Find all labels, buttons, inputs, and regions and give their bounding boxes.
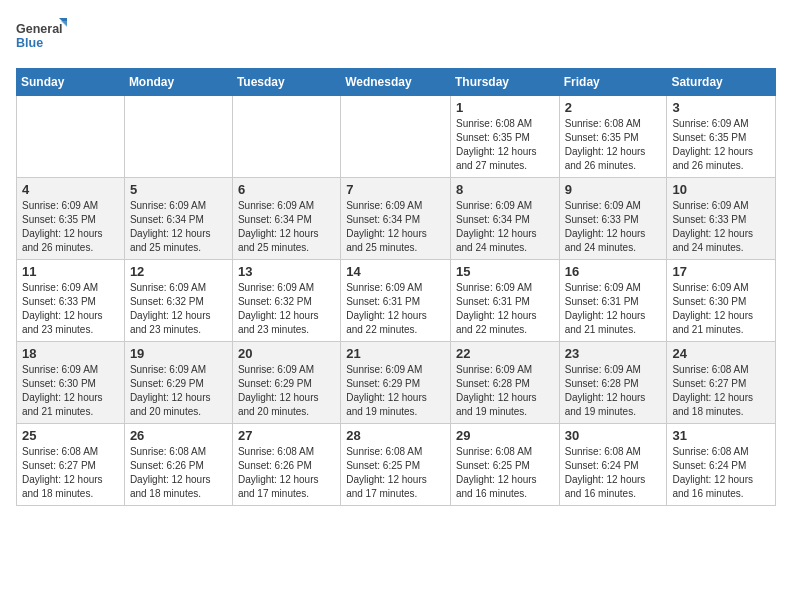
calendar-week-5: 25Sunrise: 6:08 AM Sunset: 6:27 PM Dayli… [17, 424, 776, 506]
logo: General Blue [16, 16, 68, 56]
weekday-header-friday: Friday [559, 69, 667, 96]
svg-text:General: General [16, 22, 63, 36]
day-info: Sunrise: 6:09 AM Sunset: 6:33 PM Dayligh… [22, 281, 119, 337]
weekday-header-thursday: Thursday [450, 69, 559, 96]
day-info: Sunrise: 6:08 AM Sunset: 6:27 PM Dayligh… [22, 445, 119, 501]
day-info: Sunrise: 6:09 AM Sunset: 6:32 PM Dayligh… [130, 281, 227, 337]
day-number: 4 [22, 182, 119, 197]
calendar-table: SundayMondayTuesdayWednesdayThursdayFrid… [16, 68, 776, 506]
calendar-week-1: 1Sunrise: 6:08 AM Sunset: 6:35 PM Daylig… [17, 96, 776, 178]
day-number: 5 [130, 182, 227, 197]
day-number: 2 [565, 100, 662, 115]
day-info: Sunrise: 6:09 AM Sunset: 6:30 PM Dayligh… [672, 281, 770, 337]
day-info: Sunrise: 6:09 AM Sunset: 6:33 PM Dayligh… [672, 199, 770, 255]
day-info: Sunrise: 6:09 AM Sunset: 6:34 PM Dayligh… [346, 199, 445, 255]
day-number: 27 [238, 428, 335, 443]
day-number: 21 [346, 346, 445, 361]
calendar-cell: 5Sunrise: 6:09 AM Sunset: 6:34 PM Daylig… [124, 178, 232, 260]
weekday-header-wednesday: Wednesday [341, 69, 451, 96]
calendar-cell: 10Sunrise: 6:09 AM Sunset: 6:33 PM Dayli… [667, 178, 776, 260]
day-number: 6 [238, 182, 335, 197]
day-number: 10 [672, 182, 770, 197]
day-info: Sunrise: 6:09 AM Sunset: 6:30 PM Dayligh… [22, 363, 119, 419]
calendar-cell: 15Sunrise: 6:09 AM Sunset: 6:31 PM Dayli… [450, 260, 559, 342]
day-number: 20 [238, 346, 335, 361]
day-number: 13 [238, 264, 335, 279]
calendar-cell: 28Sunrise: 6:08 AM Sunset: 6:25 PM Dayli… [341, 424, 451, 506]
weekday-header-monday: Monday [124, 69, 232, 96]
day-number: 3 [672, 100, 770, 115]
weekday-header-tuesday: Tuesday [232, 69, 340, 96]
day-number: 8 [456, 182, 554, 197]
calendar-cell: 26Sunrise: 6:08 AM Sunset: 6:26 PM Dayli… [124, 424, 232, 506]
day-number: 17 [672, 264, 770, 279]
calendar-cell: 25Sunrise: 6:08 AM Sunset: 6:27 PM Dayli… [17, 424, 125, 506]
day-info: Sunrise: 6:09 AM Sunset: 6:32 PM Dayligh… [238, 281, 335, 337]
calendar-cell [232, 96, 340, 178]
calendar-cell: 21Sunrise: 6:09 AM Sunset: 6:29 PM Dayli… [341, 342, 451, 424]
calendar-cell [124, 96, 232, 178]
weekday-header-row: SundayMondayTuesdayWednesdayThursdayFrid… [17, 69, 776, 96]
calendar-cell: 1Sunrise: 6:08 AM Sunset: 6:35 PM Daylig… [450, 96, 559, 178]
day-info: Sunrise: 6:08 AM Sunset: 6:26 PM Dayligh… [130, 445, 227, 501]
calendar-cell: 16Sunrise: 6:09 AM Sunset: 6:31 PM Dayli… [559, 260, 667, 342]
day-info: Sunrise: 6:09 AM Sunset: 6:29 PM Dayligh… [130, 363, 227, 419]
day-info: Sunrise: 6:09 AM Sunset: 6:31 PM Dayligh… [456, 281, 554, 337]
day-number: 15 [456, 264, 554, 279]
calendar-cell: 8Sunrise: 6:09 AM Sunset: 6:34 PM Daylig… [450, 178, 559, 260]
day-info: Sunrise: 6:09 AM Sunset: 6:29 PM Dayligh… [238, 363, 335, 419]
day-number: 26 [130, 428, 227, 443]
calendar-cell [341, 96, 451, 178]
calendar-cell: 4Sunrise: 6:09 AM Sunset: 6:35 PM Daylig… [17, 178, 125, 260]
calendar-cell: 27Sunrise: 6:08 AM Sunset: 6:26 PM Dayli… [232, 424, 340, 506]
day-info: Sunrise: 6:08 AM Sunset: 6:35 PM Dayligh… [565, 117, 662, 173]
logo-svg: General Blue [16, 16, 68, 56]
day-info: Sunrise: 6:08 AM Sunset: 6:24 PM Dayligh… [672, 445, 770, 501]
calendar-cell: 12Sunrise: 6:09 AM Sunset: 6:32 PM Dayli… [124, 260, 232, 342]
weekday-header-sunday: Sunday [17, 69, 125, 96]
day-number: 19 [130, 346, 227, 361]
day-info: Sunrise: 6:09 AM Sunset: 6:29 PM Dayligh… [346, 363, 445, 419]
day-info: Sunrise: 6:09 AM Sunset: 6:31 PM Dayligh… [346, 281, 445, 337]
day-info: Sunrise: 6:09 AM Sunset: 6:33 PM Dayligh… [565, 199, 662, 255]
day-number: 23 [565, 346, 662, 361]
day-info: Sunrise: 6:08 AM Sunset: 6:25 PM Dayligh… [456, 445, 554, 501]
calendar-cell: 20Sunrise: 6:09 AM Sunset: 6:29 PM Dayli… [232, 342, 340, 424]
day-number: 1 [456, 100, 554, 115]
svg-text:Blue: Blue [16, 36, 43, 50]
weekday-header-saturday: Saturday [667, 69, 776, 96]
day-info: Sunrise: 6:09 AM Sunset: 6:35 PM Dayligh… [672, 117, 770, 173]
day-number: 12 [130, 264, 227, 279]
day-number: 11 [22, 264, 119, 279]
day-info: Sunrise: 6:09 AM Sunset: 6:34 PM Dayligh… [456, 199, 554, 255]
calendar-cell: 19Sunrise: 6:09 AM Sunset: 6:29 PM Dayli… [124, 342, 232, 424]
day-info: Sunrise: 6:09 AM Sunset: 6:35 PM Dayligh… [22, 199, 119, 255]
day-number: 24 [672, 346, 770, 361]
day-info: Sunrise: 6:08 AM Sunset: 6:26 PM Dayligh… [238, 445, 335, 501]
calendar-week-4: 18Sunrise: 6:09 AM Sunset: 6:30 PM Dayli… [17, 342, 776, 424]
calendar-cell: 3Sunrise: 6:09 AM Sunset: 6:35 PM Daylig… [667, 96, 776, 178]
day-info: Sunrise: 6:09 AM Sunset: 6:28 PM Dayligh… [456, 363, 554, 419]
calendar-cell: 11Sunrise: 6:09 AM Sunset: 6:33 PM Dayli… [17, 260, 125, 342]
day-info: Sunrise: 6:09 AM Sunset: 6:34 PM Dayligh… [130, 199, 227, 255]
calendar-cell: 18Sunrise: 6:09 AM Sunset: 6:30 PM Dayli… [17, 342, 125, 424]
page-header: General Blue [16, 16, 776, 56]
day-number: 30 [565, 428, 662, 443]
calendar-cell [17, 96, 125, 178]
day-info: Sunrise: 6:08 AM Sunset: 6:35 PM Dayligh… [456, 117, 554, 173]
calendar-cell: 2Sunrise: 6:08 AM Sunset: 6:35 PM Daylig… [559, 96, 667, 178]
calendar-cell: 17Sunrise: 6:09 AM Sunset: 6:30 PM Dayli… [667, 260, 776, 342]
calendar-cell: 22Sunrise: 6:09 AM Sunset: 6:28 PM Dayli… [450, 342, 559, 424]
day-number: 7 [346, 182, 445, 197]
day-info: Sunrise: 6:09 AM Sunset: 6:31 PM Dayligh… [565, 281, 662, 337]
calendar-week-2: 4Sunrise: 6:09 AM Sunset: 6:35 PM Daylig… [17, 178, 776, 260]
calendar-cell: 14Sunrise: 6:09 AM Sunset: 6:31 PM Dayli… [341, 260, 451, 342]
day-number: 25 [22, 428, 119, 443]
day-number: 16 [565, 264, 662, 279]
calendar-cell: 24Sunrise: 6:08 AM Sunset: 6:27 PM Dayli… [667, 342, 776, 424]
day-number: 9 [565, 182, 662, 197]
calendar-cell: 29Sunrise: 6:08 AM Sunset: 6:25 PM Dayli… [450, 424, 559, 506]
calendar-cell: 6Sunrise: 6:09 AM Sunset: 6:34 PM Daylig… [232, 178, 340, 260]
day-number: 18 [22, 346, 119, 361]
day-number: 28 [346, 428, 445, 443]
